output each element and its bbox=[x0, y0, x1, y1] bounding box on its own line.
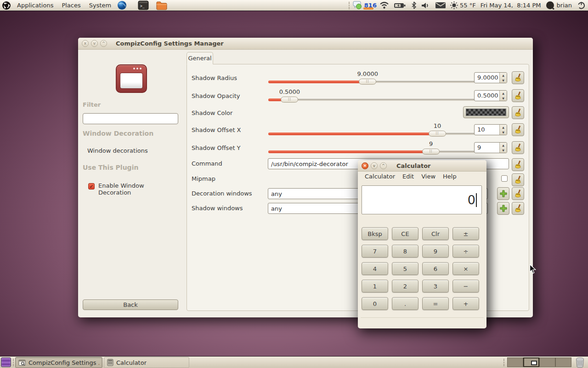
sidebar-item-window-decorations[interactable]: Window decorations bbox=[87, 147, 148, 154]
reset-button[interactable] bbox=[512, 71, 524, 84]
menu-applications[interactable]: Applications bbox=[13, 0, 57, 11]
tab-general[interactable]: General bbox=[187, 52, 213, 64]
key-subtract[interactable]: − bbox=[452, 280, 479, 293]
clock-label[interactable]: Fri May 14, 8:14 PM bbox=[481, 2, 541, 9]
file-manager-launcher-icon[interactable] bbox=[156, 1, 167, 10]
enable-plugin-row[interactable]: ✓ Enable Window Decoration bbox=[88, 182, 175, 196]
close-icon[interactable]: × bbox=[362, 162, 368, 169]
menu-help[interactable]: Help bbox=[440, 172, 460, 182]
workspace-2-active[interactable] bbox=[523, 357, 539, 367]
shadow-offset-x-slider[interactable]: 10 bbox=[268, 131, 481, 137]
spin-arrows[interactable]: ▲▼ bbox=[499, 73, 507, 83]
key-3[interactable]: 3 bbox=[422, 280, 449, 293]
key-8[interactable]: 8 bbox=[392, 245, 418, 258]
trash-icon[interactable] bbox=[575, 357, 585, 368]
close-icon[interactable]: x bbox=[82, 40, 89, 47]
key-add[interactable]: + bbox=[452, 297, 479, 310]
chat-status-icon[interactable] bbox=[352, 1, 363, 10]
key-2[interactable]: 2 bbox=[392, 280, 418, 293]
calculator-display[interactable]: 0 bbox=[362, 185, 482, 214]
key-4[interactable]: 4 bbox=[362, 262, 388, 275]
key-clr[interactable]: Clr bbox=[422, 227, 449, 240]
temperature-label[interactable]: 55 °F bbox=[460, 2, 476, 9]
key-9[interactable]: 9 bbox=[422, 245, 449, 258]
terminal-launcher-icon[interactable]: >_ bbox=[138, 0, 149, 10]
maximize-icon[interactable]: ^ bbox=[100, 40, 107, 47]
user-avatar[interactable] bbox=[546, 1, 554, 10]
weather-sun-icon[interactable] bbox=[450, 1, 458, 10]
reset-button[interactable] bbox=[512, 106, 524, 119]
shadow-opacity-spinbox[interactable]: 0.5000 ▲▼ bbox=[474, 90, 507, 101]
slider-handle[interactable] bbox=[359, 79, 376, 85]
add-match-button[interactable] bbox=[497, 202, 509, 215]
ubuntu-logo-icon[interactable] bbox=[2, 1, 11, 10]
reset-button[interactable] bbox=[512, 89, 524, 102]
reset-button[interactable] bbox=[512, 173, 524, 186]
workspace-1[interactable] bbox=[507, 357, 523, 367]
menu-view[interactable]: View bbox=[418, 172, 439, 182]
shadow-radius-slider[interactable]: 9.0000 bbox=[268, 79, 481, 85]
reset-button[interactable] bbox=[512, 123, 524, 136]
key-divide[interactable]: ÷ bbox=[452, 245, 479, 258]
shadow-offset-y-spinbox[interactable]: 9 ▲▼ bbox=[474, 142, 507, 153]
minimize-icon[interactable]: v bbox=[91, 40, 98, 47]
volume-icon[interactable] bbox=[421, 2, 430, 9]
spin-arrows[interactable]: ▲▼ bbox=[499, 91, 507, 101]
spin-arrows[interactable]: ▲▼ bbox=[499, 143, 507, 153]
menu-places[interactable]: Places bbox=[57, 0, 85, 11]
panel-grip[interactable] bbox=[503, 359, 505, 366]
maximize-icon[interactable]: ^ bbox=[380, 162, 387, 169]
ccsm-titlebar[interactable]: x v ^ CompizConfig Settings Manager bbox=[78, 38, 533, 50]
key-7[interactable]: 7 bbox=[362, 245, 388, 258]
key-multiply[interactable]: × bbox=[452, 262, 479, 275]
slider-handle[interactable] bbox=[429, 131, 446, 137]
key-decimal[interactable]: . bbox=[392, 297, 418, 310]
shadow-offset-x-spinbox[interactable]: 10 ▲▼ bbox=[474, 124, 507, 135]
key-plusminus[interactable]: ± bbox=[452, 227, 479, 240]
menu-system[interactable]: System bbox=[85, 0, 115, 11]
slider-handle[interactable] bbox=[281, 97, 298, 103]
key-0[interactable]: 0 bbox=[362, 297, 388, 310]
key-ce[interactable]: CE bbox=[392, 227, 418, 240]
key-1[interactable]: 1 bbox=[362, 280, 388, 293]
panel-grip[interactable] bbox=[13, 359, 15, 366]
shadow-radius-spinbox[interactable]: 9.0000 ▲▼ bbox=[474, 72, 507, 83]
ccsm-sidebar: Filter Window Decoration Window decorati… bbox=[83, 52, 180, 313]
shadow-color-button[interactable] bbox=[463, 106, 509, 118]
key-6[interactable]: 6 bbox=[422, 262, 449, 275]
battery-icon[interactable] bbox=[394, 2, 406, 9]
wifi-icon[interactable] bbox=[379, 1, 389, 9]
add-match-button[interactable] bbox=[497, 187, 509, 200]
key-5[interactable]: 5 bbox=[392, 262, 418, 275]
back-button[interactable]: Back bbox=[83, 299, 178, 310]
panel-grip[interactable] bbox=[349, 2, 351, 9]
menu-calculator[interactable]: Calculator bbox=[362, 172, 398, 182]
show-desktop-icon[interactable] bbox=[1, 357, 11, 367]
workspace-3[interactable] bbox=[539, 357, 555, 367]
taskbar-item-ccsm[interactable]: CompizConfig Settings ... bbox=[15, 357, 102, 368]
browser-launcher-icon[interactable] bbox=[117, 0, 127, 10]
reset-button[interactable] bbox=[512, 158, 524, 171]
taskbar-item-calculator[interactable]: Calculator bbox=[104, 357, 189, 368]
enable-plugin-checkbox[interactable]: ✓ bbox=[88, 183, 95, 190]
bluetooth-icon[interactable] bbox=[411, 1, 417, 9]
indicator-badge[interactable]: 816 bbox=[364, 2, 377, 9]
workspace-4[interactable] bbox=[555, 357, 571, 367]
mipmap-checkbox[interactable] bbox=[501, 175, 508, 182]
username-label[interactable]: brian bbox=[557, 2, 572, 9]
filter-input[interactable] bbox=[83, 113, 178, 124]
power-icon[interactable] bbox=[577, 1, 585, 9]
reset-button[interactable] bbox=[512, 202, 524, 215]
minimize-icon[interactable]: v bbox=[371, 162, 378, 169]
spin-arrows[interactable]: ▲▼ bbox=[499, 125, 507, 135]
shadow-offset-y-slider[interactable]: 9 bbox=[268, 149, 481, 155]
shadow-opacity-slider[interactable]: 0.5000 bbox=[268, 97, 481, 103]
key-bksp[interactable]: Bksp bbox=[362, 227, 388, 240]
key-equals[interactable]: = bbox=[422, 297, 449, 310]
menu-edit[interactable]: Edit bbox=[399, 172, 417, 182]
calculator-titlebar[interactable]: × v ^ Calculator bbox=[358, 160, 486, 172]
mail-icon[interactable] bbox=[435, 2, 446, 9]
reset-button[interactable] bbox=[512, 141, 524, 154]
reset-button[interactable] bbox=[512, 187, 524, 200]
slider-handle[interactable] bbox=[422, 149, 440, 155]
